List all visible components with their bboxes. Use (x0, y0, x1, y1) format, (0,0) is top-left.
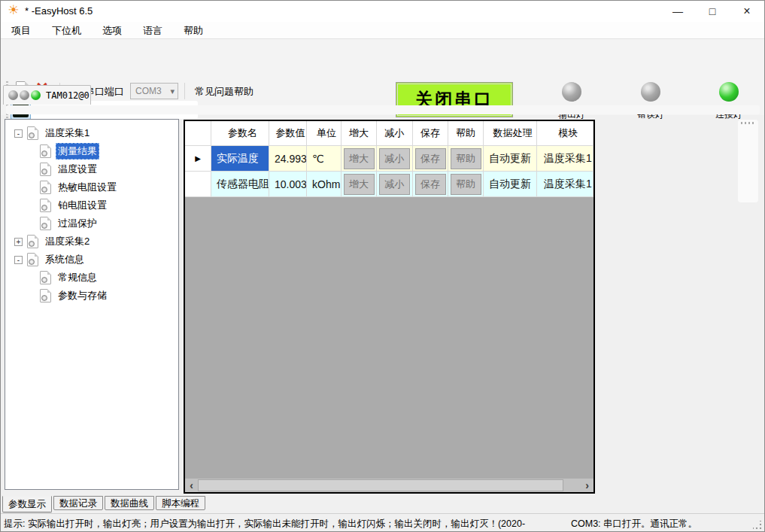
document-gear-icon (40, 181, 51, 194)
tree-node-pt-resistor-settings[interactable]: 铂电阻设置 (5, 196, 178, 214)
tree-node-label[interactable]: 铂电阻设置 (56, 197, 109, 214)
menu-help[interactable]: 帮助 (173, 22, 214, 39)
device-tab-label: TAM012@0 (46, 90, 90, 101)
resize-grip-icon[interactable] (753, 521, 762, 530)
device-tab-bar: TAM012@0 (1, 84, 764, 105)
tab-script-programming[interactable]: 脚本编程 (156, 496, 205, 510)
save-button[interactable]: 保存 (415, 174, 446, 195)
tree-node-temp-settings[interactable]: 温度设置 (5, 160, 178, 178)
grid-header-unit[interactable]: 单位 (307, 121, 342, 146)
maximize-button[interactable]: □ (695, 1, 730, 22)
tree-node-system-info[interactable]: - 系统信息 (5, 251, 178, 269)
window-title: * -EasyHost 6.5 (25, 5, 93, 17)
table-row: ▶ 实际温度 24.993 ℃ 增大 减小 保存 帮助 自动更新 温度采集1 (185, 146, 593, 172)
document-gear-icon (27, 253, 38, 266)
document-gear-icon (40, 199, 51, 212)
decrease-button[interactable]: 减小 (379, 174, 410, 195)
decrease-button[interactable]: 减小 (379, 148, 410, 169)
tree-node-label[interactable]: 参数与存储 (56, 287, 109, 304)
tree-node-overtemp-protect[interactable]: 过温保护 (5, 214, 178, 233)
tree-node-thermistor-settings[interactable]: 热敏电阻设置 (5, 178, 178, 196)
grid-header-param-name[interactable]: 参数名 (211, 121, 269, 146)
help-button[interactable]: 帮助 (451, 174, 481, 195)
cell-data-processing[interactable]: 自动更新 (484, 146, 537, 172)
tree-node-label[interactable]: 测量结果 (56, 143, 99, 160)
grid-header-module[interactable]: 模块 (537, 121, 593, 146)
grid-header-help[interactable]: 帮助 (448, 121, 484, 146)
tab-data-curve[interactable]: 数据曲线 (105, 496, 154, 510)
cell-decrease: 减小 (377, 172, 413, 197)
cell-increase: 增大 (342, 146, 377, 172)
document-gear-icon (27, 126, 38, 140)
cell-param-value[interactable]: 10.003 (269, 172, 307, 197)
cell-param-name[interactable]: 实际温度 (211, 146, 269, 172)
toolbar-substrip (6, 105, 760, 114)
parameter-grid: 参数名 参数值 单位 增大 减小 保存 帮助 数据处理 模块 ▶ 实际温度 24… (184, 120, 595, 494)
scrollbar-thumb[interactable] (198, 479, 563, 491)
close-button[interactable]: × (730, 1, 764, 22)
tree-node-label[interactable]: 温度采集1 (43, 125, 92, 141)
menu-language[interactable]: 语言 (132, 22, 173, 39)
grid-empty-area (185, 197, 593, 479)
bottom-tab-bar: 参数显示 数据记录 数据曲线 脚本编程 (1, 496, 764, 512)
tree-node-temp-acq1[interactable]: - 温度采集1 (5, 124, 178, 142)
increase-button[interactable]: 增大 (344, 174, 375, 195)
document-gear-icon (40, 289, 51, 302)
expand-icon[interactable]: + (14, 238, 23, 246)
grid-header-increase[interactable]: 增大 (342, 121, 377, 146)
tab-data-record[interactable]: 数据记录 (53, 496, 103, 510)
scroll-right-icon[interactable]: › (581, 479, 593, 491)
cell-increase: 增大 (342, 172, 377, 197)
cell-param-name[interactable]: 传感器电阻 (211, 172, 269, 197)
status-hint-text: 提示: 实际输出打开时，输出灯亮；用户设置为输出打开，实际输出未能打开时，输出灯… (4, 518, 564, 530)
grid-header-row: 参数名 参数值 单位 增大 减小 保存 帮助 数据处理 模块 (185, 121, 593, 146)
document-gear-icon (27, 235, 38, 248)
grid-header-data-processing[interactable]: 数据处理 (484, 121, 537, 146)
tree-node-temp-acq2[interactable]: + 温度采集2 (5, 233, 178, 251)
menu-options[interactable]: 选项 (92, 22, 132, 39)
cell-data-processing[interactable]: 自动更新 (484, 172, 537, 197)
tree-node-label[interactable]: 温度设置 (56, 161, 99, 178)
grid-header-save[interactable]: 保存 (413, 121, 448, 146)
tree-node-label[interactable]: 系统信息 (43, 251, 87, 268)
tree-node-label[interactable]: 温度采集2 (43, 233, 92, 250)
cell-unit[interactable]: kOhm (307, 172, 342, 197)
tree-node-label[interactable]: 过温保护 (56, 215, 99, 232)
cell-param-value[interactable]: 24.993 (269, 146, 307, 172)
tab-parameter-display[interactable]: 参数显示 (2, 496, 52, 512)
tree-node-label[interactable]: 热敏电阻设置 (56, 179, 119, 196)
cell-module[interactable]: 温度采集1 (537, 146, 593, 172)
menu-slave-device[interactable]: 下位机 (41, 22, 92, 39)
horizontal-scrollbar[interactable]: ‹ › (185, 479, 593, 492)
row-marker-icon: ▶ (185, 146, 211, 172)
cell-help: 帮助 (448, 172, 484, 197)
status-dot-icon (31, 90, 41, 100)
grid-header-decrease[interactable]: 减小 (377, 121, 413, 146)
status-dot-icon (20, 90, 29, 100)
app-sun-icon: ☀ (7, 4, 20, 17)
collapse-icon[interactable]: - (14, 256, 23, 264)
cell-decrease: 减小 (377, 146, 413, 172)
document-gear-icon (40, 163, 51, 176)
device-tab[interactable]: TAM012@0 (3, 85, 91, 105)
grid-header-param-value[interactable]: 参数值 (269, 121, 307, 146)
save-button[interactable]: 保存 (415, 148, 446, 169)
menu-project[interactable]: 项目 (1, 22, 41, 39)
tree-node-param-storage[interactable]: 参数与存储 (5, 287, 178, 305)
increase-button[interactable]: 增大 (344, 148, 375, 169)
help-button[interactable]: 帮助 (451, 148, 481, 169)
right-panel-splitter[interactable] (738, 120, 758, 202)
cell-help: 帮助 (448, 146, 484, 172)
document-gear-icon (40, 271, 51, 284)
tree-node-label[interactable]: 常规信息 (56, 269, 99, 286)
cell-unit[interactable]: ℃ (307, 146, 342, 172)
status-com-text: COM3: 串口打开。通讯正常。 (571, 518, 697, 530)
tree-node-general-info[interactable]: 常规信息 (5, 269, 178, 287)
cell-module[interactable]: 温度采集1 (537, 172, 593, 197)
minimize-button[interactable]: — (660, 1, 695, 22)
splitter-dots-icon (741, 122, 754, 124)
scroll-left-icon[interactable]: ‹ (185, 479, 198, 491)
table-row: 传感器电阻 10.003 kOhm 增大 减小 保存 帮助 自动更新 温度采集1 (185, 172, 593, 197)
tree-node-measure-result[interactable]: 测量结果 (5, 142, 178, 160)
collapse-icon[interactable]: - (14, 129, 23, 138)
